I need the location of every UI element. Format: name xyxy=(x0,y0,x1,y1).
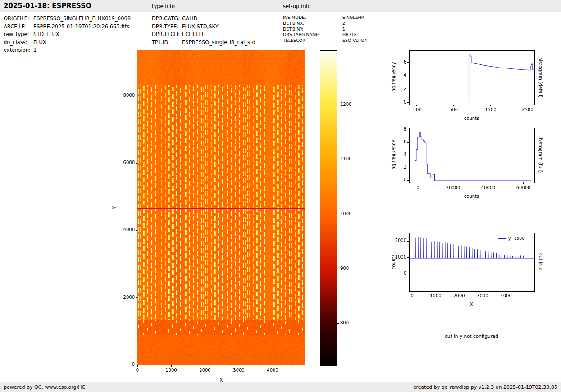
x-tick-mark xyxy=(488,182,488,184)
x-tick-label: 4000 xyxy=(495,293,517,298)
info-label: DPR.TECH: xyxy=(152,31,182,39)
info-label: INS.MODE: xyxy=(283,15,342,21)
x-tick-label: 3000 xyxy=(472,293,493,298)
colorbar-tick-mark xyxy=(337,105,339,105)
info-label: TELESCOP: xyxy=(283,38,342,44)
info-value: 2 xyxy=(342,21,345,26)
info-label: TPL.ID: xyxy=(152,39,182,47)
file-info-block: ORIGFILE:ESPRESSO_SINGLEHR_FLUX019_0008 … xyxy=(4,15,131,55)
info-row: raw_type:STD_FLUX xyxy=(4,31,131,39)
x-tick-mark xyxy=(523,182,524,184)
info-value: STD_FLUX xyxy=(33,31,59,37)
histogram-full-right-label: histogram (full) xyxy=(537,128,543,182)
x-tick-label: 1500 xyxy=(480,107,502,112)
histogram-full-plot xyxy=(409,128,535,183)
x-tick-mark xyxy=(412,291,412,292)
info-row: TPL.ID:ESPRESSO_singleHR_cal_std xyxy=(152,39,255,47)
info-value: 1 xyxy=(33,47,36,53)
y-tick-mark xyxy=(407,142,409,143)
colorbar-tick-label: 900 xyxy=(340,266,358,271)
histogram-detail-plot xyxy=(409,50,535,105)
cut-in-y-note: cut in y not configured xyxy=(409,333,534,339)
y-tick-label: 0 xyxy=(388,100,406,105)
x-tick-mark xyxy=(205,365,205,367)
y-tick-label: 2000 xyxy=(116,295,135,300)
y-tick-label: 6 xyxy=(388,139,406,144)
y-tick-mark xyxy=(136,297,137,298)
info-row: ARCFILE:ESPRE.2025-01-19T01:20:26.663.fi… xyxy=(4,23,131,31)
info-label: DPR.TYPE: xyxy=(152,23,182,31)
x-tick-label: 4000 xyxy=(262,368,283,373)
info-value: 1 xyxy=(342,27,345,32)
x-tick-label: 2500 xyxy=(517,107,538,112)
y-tick-label: 2 xyxy=(388,86,406,91)
info-row: DPR.CATG:CALIB xyxy=(152,15,255,23)
qc-report-page: 2025-01-18: ESPRESSO type info set-up in… xyxy=(0,0,561,392)
y-tick-mark xyxy=(407,89,409,89)
x-tick-mark xyxy=(506,291,506,292)
info-row: DET.BINX:2 xyxy=(283,21,367,27)
x-tick-mark xyxy=(273,365,273,367)
y-tick-mark xyxy=(407,76,409,76)
footer-left-text: powered by QC: www.eso.org/HC xyxy=(4,384,85,390)
footer-bar: powered by QC: www.eso.org/HC created by… xyxy=(0,382,561,392)
y-tick-label: 4 xyxy=(388,73,406,77)
x-tick-mark xyxy=(435,291,436,292)
info-row: ORIGFILE:ESPRESSO_SINGLEHR_FLUX019_0008 xyxy=(4,15,131,23)
info-value: FLUX xyxy=(33,39,46,46)
x-tick-mark xyxy=(482,291,483,292)
page-title: 2025-01-18: ESPRESSO xyxy=(4,2,91,10)
x-tick-mark xyxy=(528,105,528,106)
info-label: DET.BINY: xyxy=(283,27,342,32)
info-label: do_class: xyxy=(4,39,33,47)
colorbar xyxy=(320,50,337,366)
colorbar-tick-mark xyxy=(337,323,339,324)
info-value: ESO-VLT-U4 xyxy=(342,38,367,43)
info-value: HR718 xyxy=(342,32,357,37)
x-tick-label: 3000 xyxy=(228,368,250,373)
y-tick-mark xyxy=(407,241,409,242)
y-tick-label: 8 xyxy=(388,127,406,132)
x-tick-mark xyxy=(418,182,418,184)
setup-info-block: INS.MODE:SINGLEHR DET.BINX:2 DET.BINY:1 … xyxy=(283,15,367,44)
y-tick-mark xyxy=(407,62,409,63)
y-tick-mark xyxy=(407,130,409,130)
y-tick-label: 2000 xyxy=(388,238,406,243)
info-value: SINGLEHR xyxy=(342,15,364,20)
y-tick-mark xyxy=(136,230,137,231)
x-tick-label: -500 xyxy=(406,107,427,112)
info-row: DET.BINY:1 xyxy=(283,27,367,32)
info-label: DPR.CATG: xyxy=(152,15,182,23)
y-tick-label: 0 xyxy=(116,362,135,367)
y-tick-mark xyxy=(407,102,409,103)
colorbar-tick-label: 1000 xyxy=(340,211,358,216)
x-tick-mark xyxy=(239,365,239,367)
type-info-block: DPR.CATG:CALIB DPR.TYPE:FLUX,STD,SKY DPR… xyxy=(152,15,255,46)
y-tick-mark xyxy=(136,365,137,365)
x-tick-mark xyxy=(459,291,459,292)
colorbar-tick-label: 1200 xyxy=(340,102,358,107)
info-value: ESPRE.2025-01-19T01:20:26.663.fits xyxy=(33,23,129,30)
footer-right-text: created by qc_rawdisp.py v1.2.3 on 2025-… xyxy=(413,384,557,390)
x-tick-mark xyxy=(416,105,417,106)
x-tick-label: 0 xyxy=(407,185,429,190)
y-tick-mark xyxy=(136,96,137,96)
y-tick-mark xyxy=(407,274,409,274)
y-tick-mark xyxy=(407,257,409,258)
x-tick-label: 0 xyxy=(127,368,148,373)
x-tick-mark xyxy=(453,105,454,106)
x-tick-mark xyxy=(137,365,138,367)
x-tick-mark xyxy=(453,182,453,184)
header-bar: 2025-01-18: ESPRESSO type info set-up in… xyxy=(0,0,561,12)
info-row: OBS.TARG.NAME:HR718 xyxy=(283,32,367,38)
colorbar-tick-label: 800 xyxy=(340,320,358,325)
y-tick-mark xyxy=(407,168,409,168)
info-row: DPR.TYPE:FLUX,STD,SKY xyxy=(152,23,255,31)
y-tick-label: 4000 xyxy=(116,227,135,232)
y-tick-label: 0 xyxy=(388,177,406,182)
colorbar-tick-mark xyxy=(337,160,339,160)
cut-x-label: X xyxy=(409,302,534,307)
info-value: ESPRESSO_singleHR_cal_std xyxy=(182,39,255,46)
x-tick-label: 0 xyxy=(401,293,423,298)
colorbar-tick-mark xyxy=(337,269,339,269)
